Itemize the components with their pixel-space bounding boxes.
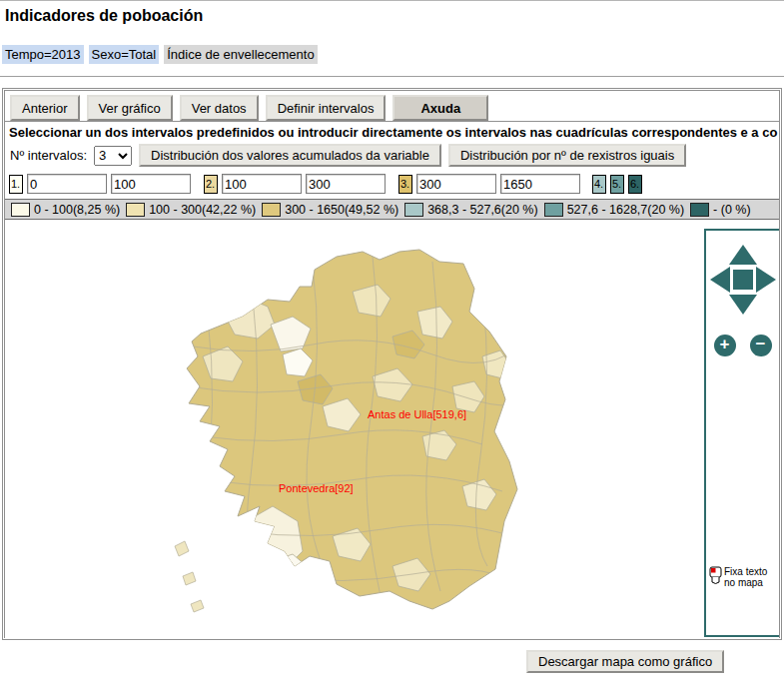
page-title: Indicadores de poboación	[5, 7, 203, 25]
legend-swatch-2	[126, 203, 145, 217]
intervals-instruction: Seleccionar un dos intervalos predefinid…	[5, 122, 779, 142]
interval-2-from-input[interactable]	[222, 174, 302, 194]
map-label-pontevedra: Pontevedra[92]	[279, 482, 354, 494]
interval-count-select[interactable]: 3	[94, 146, 132, 166]
legend-label-3: 300 - 1650(49,52 %)	[285, 203, 398, 217]
galicia-choropleth-map[interactable]	[163, 237, 527, 628]
legend-swatch-3	[262, 203, 281, 217]
map-legend: 0 - 100(8,25 %) 100 - 300(42,22 %) 300 -…	[5, 199, 779, 220]
interval-3-from-input[interactable]	[416, 174, 496, 194]
legend-label-6: - (0 %)	[713, 203, 751, 217]
intervals-controls: Nº intervalos: 3 Distribución dos valore…	[5, 142, 779, 169]
map-label-antas-de-ulla: Antas de Ulla[519,6]	[368, 408, 466, 420]
interval-2-label: 2.	[204, 175, 218, 194]
interval-3-to-input[interactable]	[500, 174, 580, 194]
filter-sexo[interactable]: Sexo=Total	[89, 45, 160, 64]
legend-label-5: 527,6 - 1628,7(20 %)	[567, 203, 684, 217]
anterior-button[interactable]: Anterior	[10, 95, 80, 121]
axuda-button[interactable]: Axuda	[392, 95, 488, 121]
main-panel: Anterior Ver gráfico Ver datos Definir i…	[2, 88, 782, 640]
filter-tempo[interactable]: Tempo=2013	[2, 45, 84, 64]
mouse-icon	[709, 566, 722, 585]
pan-down-icon	[729, 295, 757, 315]
legend-swatch-5	[544, 203, 563, 217]
interval-count-label: Nº intervalos:	[10, 148, 87, 163]
legend-label-1: 0 - 100(8,25 %)	[34, 203, 120, 217]
interval-6-label: 6.	[628, 175, 642, 194]
map-area: Antas de Ulla[519,6] Pontevedra[92] + −	[5, 220, 779, 639]
pan-center-icon	[733, 270, 753, 290]
toolbar: Anterior Ver gráfico Ver datos Definir i…	[5, 91, 779, 122]
intervals-inputs: 1. 2. 3. 4. 5. 6.	[5, 169, 779, 199]
interval-2-to-input[interactable]	[306, 174, 386, 194]
zoom-in-button[interactable]: +	[714, 335, 736, 356]
definir-intervalos-button[interactable]: Definir intervalos	[266, 95, 387, 121]
interval-4-label: 4.	[592, 175, 606, 194]
legend-swatch-6	[690, 203, 709, 217]
interval-1-label: 1.	[9, 175, 23, 194]
ver-grafico-button[interactable]: Ver gráfico	[87, 95, 173, 121]
interval-3-label: 3.	[398, 175, 412, 194]
download-map-button[interactable]: Descargar mapa como gráfico	[526, 650, 724, 673]
filter-indicator[interactable]: Índice de envellecemento	[164, 45, 317, 64]
fix-text-line1: Fixa texto	[724, 566, 767, 577]
interval-5-label: 5.	[610, 175, 624, 194]
pan-left-icon	[710, 267, 730, 293]
zoom-out-button[interactable]: −	[750, 335, 772, 356]
dimension-filters: Tempo=2013 Sexo=Total Índice de envellec…	[2, 45, 318, 64]
pan-control[interactable]	[708, 243, 778, 317]
pan-up-icon	[729, 245, 757, 265]
map-navigation-panel: + − Fixa texto no mapa	[704, 229, 779, 637]
ver-datos-button[interactable]: Ver datos	[180, 95, 259, 121]
legend-label-2: 100 - 300(42,22 %)	[149, 203, 256, 217]
fix-text-option[interactable]: Fixa texto no mapa	[709, 566, 767, 588]
interval-1-from-input[interactable]	[27, 174, 107, 194]
legend-swatch-4	[404, 203, 423, 217]
dist-acumulados-button[interactable]: Distribución dos valores acumulados da v…	[139, 144, 441, 167]
pan-right-icon	[756, 267, 776, 293]
horizontal-rule	[0, 76, 784, 78]
fix-text-line2: no mapa	[724, 577, 763, 588]
interval-1-to-input[interactable]	[111, 174, 191, 194]
legend-swatch-1	[11, 203, 30, 217]
dist-rexistros-button[interactable]: Distribución por nº de rexistros iguais	[448, 144, 686, 167]
legend-label-4: 368,3 - 527,6(20 %)	[427, 203, 538, 217]
